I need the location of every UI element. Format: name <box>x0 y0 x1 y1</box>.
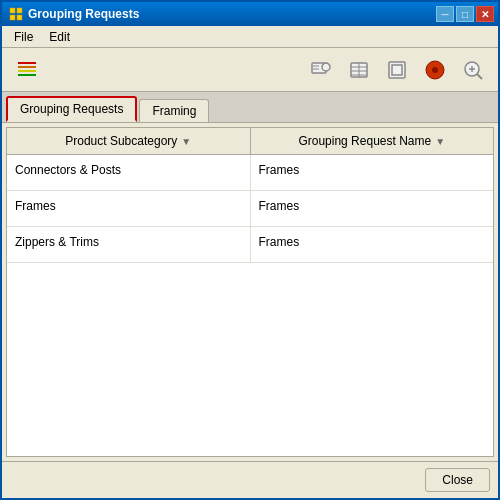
data-table: Product Subcategory ▼ Grouping Request N… <box>6 127 494 457</box>
tab-framing[interactable]: Framing <box>139 99 209 122</box>
svg-rect-6 <box>18 70 36 72</box>
filter-icon-grouping[interactable]: ▼ <box>435 136 445 147</box>
table-row[interactable]: Frames Frames <box>7 191 493 227</box>
minimize-button[interactable]: ─ <box>436 6 454 22</box>
column-header-grouping-name: Grouping Request Name ▼ <box>251 128 494 154</box>
column-header-subcategory: Product Subcategory ▼ <box>7 128 251 154</box>
title-bar: Grouping Requests ─ □ ✕ <box>2 2 498 26</box>
toolbar-right <box>304 53 490 87</box>
tabs-area: Grouping Requests Framing <box>2 92 498 123</box>
table-row[interactable]: Zippers & Trims Frames <box>7 227 493 263</box>
footer: Close <box>2 461 498 498</box>
cell-grouping-0: Frames <box>251 155 494 190</box>
svg-rect-3 <box>17 15 22 20</box>
app-icon <box>8 6 24 22</box>
menu-edit[interactable]: Edit <box>41 28 78 46</box>
svg-point-9 <box>322 63 330 71</box>
table-header: Product Subcategory ▼ Grouping Request N… <box>7 128 493 155</box>
cell-subcategory-2: Zippers & Trims <box>7 227 251 262</box>
cell-grouping-2: Frames <box>251 227 494 262</box>
toolbar-search-button[interactable] <box>304 53 338 87</box>
cell-subcategory-0: Connectors & Posts <box>7 155 251 190</box>
title-bar-left: Grouping Requests <box>8 6 139 22</box>
svg-rect-5 <box>18 66 36 68</box>
title-bar-buttons: ─ □ ✕ <box>436 6 494 22</box>
table-row[interactable]: Connectors & Posts Frames <box>7 155 493 191</box>
tab-grouping-requests[interactable]: Grouping Requests <box>6 96 137 122</box>
cell-subcategory-1: Frames <box>7 191 251 226</box>
menu-file[interactable]: File <box>6 28 41 46</box>
svg-rect-7 <box>18 74 36 76</box>
filter-icon-subcategory[interactable]: ▼ <box>181 136 191 147</box>
close-button[interactable]: Close <box>425 468 490 492</box>
toolbar-flag-button[interactable] <box>418 53 452 87</box>
toolbar-list2-button[interactable] <box>342 53 376 87</box>
toolbar-left <box>10 53 44 87</box>
svg-point-21 <box>432 67 438 73</box>
toolbar-list-button[interactable] <box>10 53 44 87</box>
cell-grouping-1: Frames <box>251 191 494 226</box>
content-area: Product Subcategory ▼ Grouping Request N… <box>2 123 498 461</box>
toolbar-frame-button[interactable] <box>380 53 414 87</box>
window-title: Grouping Requests <box>28 7 139 21</box>
svg-rect-2 <box>10 15 15 20</box>
window-close-button[interactable]: ✕ <box>476 6 494 22</box>
toolbar <box>2 48 498 92</box>
svg-rect-1 <box>17 8 22 13</box>
svg-line-23 <box>477 74 482 79</box>
svg-rect-4 <box>18 62 36 64</box>
table-body: Connectors & Posts Frames Frames Frames … <box>7 155 493 456</box>
menu-bar: File Edit <box>2 26 498 48</box>
maximize-button[interactable]: □ <box>456 6 474 22</box>
main-window: Grouping Requests ─ □ ✕ File Edit <box>0 0 500 500</box>
toolbar-zoom-button[interactable] <box>456 53 490 87</box>
svg-rect-0 <box>10 8 15 13</box>
